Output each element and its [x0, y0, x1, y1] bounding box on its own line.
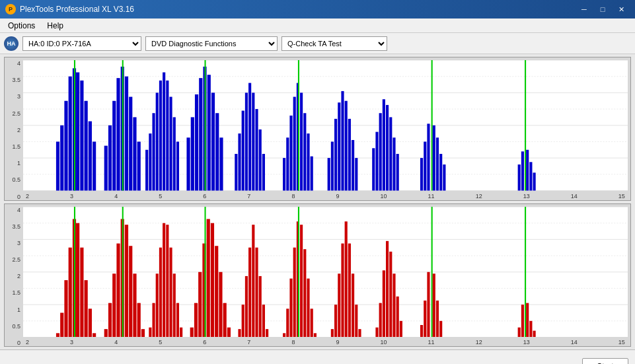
svg-rect-181 — [375, 327, 378, 337]
svg-rect-192 — [427, 272, 430, 337]
svg-rect-173 — [334, 305, 337, 337]
function-select[interactable]: DVD Diagnostic Functions — [145, 36, 278, 51]
svg-rect-114 — [74, 207, 75, 338]
svg-rect-27 — [129, 97, 132, 191]
svg-rect-149 — [219, 272, 222, 337]
svg-rect-61 — [289, 116, 292, 191]
svg-rect-11 — [64, 101, 67, 191]
svg-rect-42 — [195, 94, 198, 191]
svg-rect-148 — [215, 246, 218, 337]
svg-rect-137 — [169, 247, 172, 337]
svg-rect-163 — [289, 278, 292, 337]
svg-rect-120 — [104, 329, 108, 337]
bottom-chart-x-axis: 2 3 4 5 6 7 8 9 10 11 12 13 14 15 — [23, 339, 628, 346]
maximize-button[interactable]: □ — [594, 3, 611, 15]
svg-rect-172 — [331, 329, 334, 337]
svg-rect-159 — [262, 305, 265, 337]
svg-rect-111 — [64, 280, 67, 337]
app-icon: P — [5, 4, 16, 15]
svg-rect-99 — [533, 172, 536, 190]
title-bar: P PlexTools Professional XL V3.16 ─ □ ✕ — [0, 0, 635, 18]
svg-rect-17 — [85, 101, 88, 191]
svg-rect-77 — [355, 158, 357, 190]
svg-rect-29 — [137, 141, 141, 190]
svg-rect-32 — [152, 113, 155, 190]
svg-rect-30 — [145, 150, 148, 191]
close-button[interactable]: ✕ — [613, 3, 630, 15]
svg-rect-123 — [116, 243, 120, 337]
svg-rect-79 — [375, 132, 378, 191]
svg-rect-143 — [198, 272, 202, 337]
svg-rect-64 — [298, 60, 299, 191]
svg-rect-88 — [424, 141, 426, 190]
menu-options[interactable]: Options — [3, 20, 40, 32]
svg-rect-195 — [439, 320, 442, 337]
svg-rect-40 — [186, 137, 190, 190]
start-button[interactable]: Start — [582, 358, 628, 365]
svg-rect-135 — [163, 223, 165, 337]
svg-rect-184 — [386, 240, 389, 337]
svg-rect-164 — [293, 247, 296, 337]
svg-rect-139 — [176, 303, 179, 337]
svg-rect-147 — [211, 223, 214, 337]
svg-rect-121 — [108, 303, 112, 337]
svg-rect-152 — [238, 329, 241, 337]
minimize-button[interactable]: ─ — [576, 3, 593, 15]
svg-rect-125 — [122, 207, 124, 338]
svg-rect-48 — [215, 113, 219, 190]
svg-rect-115 — [76, 223, 79, 337]
svg-rect-12 — [69, 77, 72, 191]
menu-help[interactable]: Help — [42, 20, 69, 32]
svg-rect-51 — [238, 133, 241, 190]
device-select[interactable]: HA:0 ID:0 PX-716A — [22, 36, 141, 51]
svg-rect-168 — [303, 249, 306, 337]
svg-rect-146 — [205, 207, 206, 338]
svg-rect-182 — [379, 303, 382, 337]
svg-rect-43 — [199, 78, 202, 190]
bottom-chart-area — [23, 207, 628, 338]
svg-rect-52 — [242, 111, 244, 191]
svg-rect-196 — [525, 207, 526, 338]
svg-rect-193 — [433, 273, 435, 337]
svg-rect-86 — [431, 60, 433, 191]
svg-rect-169 — [307, 278, 309, 337]
svg-rect-132 — [152, 303, 155, 337]
svg-rect-198 — [521, 305, 524, 337]
svg-rect-110 — [60, 312, 63, 337]
svg-rect-145 — [207, 219, 210, 337]
svg-rect-191 — [424, 300, 426, 337]
svg-rect-28 — [133, 117, 136, 190]
start-btn-section: Start i — [582, 358, 628, 365]
svg-rect-119 — [93, 333, 96, 337]
svg-rect-97 — [526, 150, 529, 191]
svg-rect-57 — [259, 129, 262, 191]
svg-rect-53 — [245, 92, 248, 190]
svg-rect-38 — [173, 117, 176, 190]
bottom-chart-container: 4 3.5 3 2.5 2 1.5 1 0.5 0 — [4, 203, 631, 347]
svg-rect-60 — [286, 137, 289, 190]
svg-rect-39 — [176, 141, 179, 190]
svg-rect-90 — [433, 126, 435, 191]
svg-rect-161 — [283, 333, 285, 337]
svg-rect-58 — [262, 154, 265, 191]
svg-rect-80 — [379, 113, 382, 190]
svg-rect-200 — [529, 320, 532, 337]
svg-rect-98 — [529, 162, 532, 190]
svg-rect-158 — [259, 275, 262, 337]
main-content: 4 3.5 3 2.5 2 1.5 1 0.5 0 — [0, 54, 635, 349]
svg-rect-201 — [533, 330, 536, 337]
svg-rect-130 — [141, 329, 145, 337]
svg-rect-127 — [129, 246, 132, 337]
top-chart-svg — [23, 60, 628, 191]
svg-rect-156 — [252, 225, 254, 337]
toolbar: HA HA:0 ID:0 PX-716A DVD Diagnostic Func… — [0, 33, 635, 54]
svg-rect-183 — [383, 270, 385, 337]
svg-rect-59 — [283, 158, 285, 190]
svg-rect-160 — [266, 329, 268, 337]
top-chart-container: 4 3.5 3 2.5 2 1.5 1 0.5 0 — [4, 57, 631, 201]
svg-rect-151 — [227, 327, 231, 337]
svg-rect-177 — [348, 243, 351, 337]
svg-rect-187 — [396, 296, 399, 337]
svg-rect-199 — [526, 303, 529, 337]
test-select[interactable]: Q-Check TA Test — [281, 36, 387, 51]
